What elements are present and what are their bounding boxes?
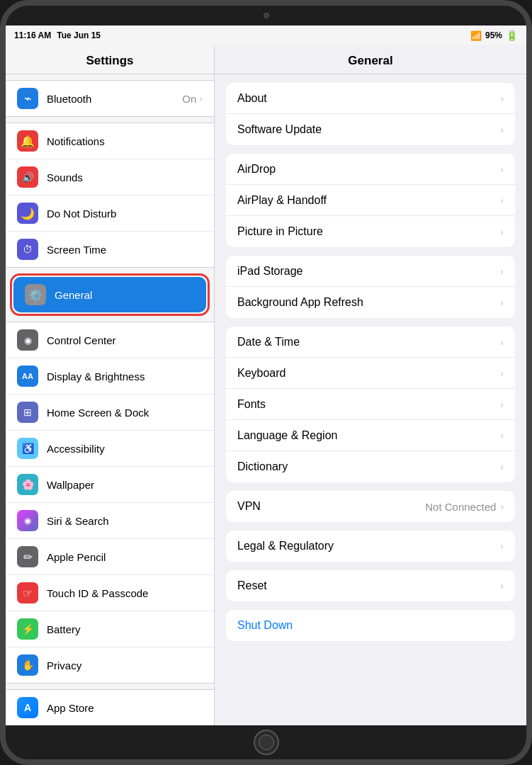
wallpaper-icon: 🌸: [17, 474, 38, 495]
ipad-device: 11:16 AM Tue Jun 15 📶 95% 🔋 Settings ⌁ B…: [0, 0, 532, 765]
sounds-label: Sounds: [47, 171, 203, 183]
screen-time-icon: ⏱: [17, 239, 38, 260]
keyboard-label: Keyboard: [237, 367, 500, 380]
home-screen-icon: ⊞: [17, 402, 38, 423]
keyboard-chevron: ›: [500, 368, 504, 379]
general-active-ring: ⚙️ General: [10, 273, 210, 316]
pip-chevron: ›: [500, 226, 504, 237]
right-item-vpn[interactable]: VPN Not Connected ›: [226, 491, 515, 522]
sidebar-item-do-not-disturb[interactable]: 🌙 Do Not Disturb: [6, 196, 214, 232]
dictionary-label: Dictionary: [237, 460, 500, 473]
general-label: General: [55, 289, 195, 301]
storage-chevron: ›: [500, 266, 504, 277]
sounds-icon: 🔊: [17, 166, 38, 188]
sidebar-item-siri[interactable]: ◉ Siri & Search: [6, 503, 214, 539]
battery-sidebar-icon: ⚡: [17, 618, 38, 640]
storage-label: iPad Storage: [237, 265, 500, 278]
right-item-keyboard[interactable]: Keyboard ›: [226, 358, 515, 389]
dictionary-chevron: ›: [500, 461, 504, 472]
right-item-date-time[interactable]: Date & Time ›: [226, 327, 515, 358]
sidebar-item-display[interactable]: AA Display & Brightness: [6, 358, 214, 395]
right-section-airdrop: AirDrop › AirPlay & Handoff › Picture in…: [226, 154, 515, 247]
bluetooth-chevron: ›: [199, 93, 203, 104]
apple-pencil-label: Apple Pencil: [47, 551, 203, 563]
right-section-storage: iPad Storage › Background App Refresh ›: [226, 256, 515, 318]
right-item-language-region[interactable]: Language & Region ›: [226, 420, 515, 451]
right-item-dictionary[interactable]: Dictionary ›: [226, 451, 515, 482]
display-icon: AA: [17, 366, 38, 387]
home-screen-label: Home Screen & Dock: [47, 407, 203, 419]
shutdown-label: Shut Down: [237, 619, 504, 632]
home-button[interactable]: [254, 730, 279, 755]
sidebar-item-notifications[interactable]: 🔔 Notifications: [6, 123, 214, 159]
right-section-vpn: VPN Not Connected ›: [226, 491, 515, 522]
bg-refresh-chevron: ›: [500, 297, 504, 308]
dnd-label: Do Not Disturb: [47, 208, 203, 220]
right-item-about[interactable]: About ›: [226, 83, 515, 114]
airplay-label: AirPlay & Handoff: [237, 194, 500, 207]
main-content: Settings ⌁ Bluetooth On › 🔔 Notification…: [6, 45, 526, 725]
date-time-chevron: ›: [500, 336, 504, 348]
right-item-airdrop[interactable]: AirDrop ›: [226, 154, 515, 185]
control-center-label: Control Center: [47, 334, 203, 346]
right-item-shutdown[interactable]: Shut Down: [226, 610, 515, 641]
legal-chevron: ›: [500, 540, 504, 552]
general-ring-wrapper: ⚙️ General: [6, 273, 214, 316]
sidebar-item-control-center[interactable]: ◉ Control Center: [6, 322, 214, 358]
sidebar-item-apple-pencil[interactable]: ✏ Apple Pencil: [6, 539, 214, 575]
right-item-fonts[interactable]: Fonts ›: [226, 389, 515, 420]
notifications-label: Notifications: [47, 135, 203, 147]
accessibility-label: Accessibility: [47, 443, 203, 455]
app-store-icon: A: [17, 697, 38, 718]
touch-id-label: Touch ID & Passcode: [47, 587, 203, 599]
right-panel-title: General: [215, 45, 526, 74]
privacy-icon: ✋: [17, 654, 38, 676]
sidebar-item-sounds[interactable]: 🔊 Sounds: [6, 159, 214, 196]
right-section-legal: Legal & Regulatory ›: [226, 531, 515, 562]
vpn-value: Not Connected: [425, 501, 496, 513]
right-item-pip[interactable]: Picture in Picture ›: [226, 216, 515, 247]
sidebar-item-home-screen[interactable]: ⊞ Home Screen & Dock: [6, 395, 214, 431]
sidebar-item-general[interactable]: ⚙️ General: [13, 277, 206, 312]
screen: 11:16 AM Tue Jun 15 📶 95% 🔋 Settings ⌁ B…: [6, 26, 526, 725]
sidebar-item-battery[interactable]: ⚡ Battery: [6, 611, 214, 647]
accessibility-icon: ♿: [17, 438, 38, 459]
sidebar-item-accessibility[interactable]: ♿ Accessibility: [6, 431, 214, 467]
status-time: 11:16 AM: [14, 30, 51, 40]
notifications-icon: 🔔: [17, 130, 38, 152]
vpn-chevron: ›: [500, 501, 504, 512]
sidebar-item-wallpaper[interactable]: 🌸 Wallpaper: [6, 467, 214, 503]
sidebar-item-touch-id[interactable]: ☞ Touch ID & Passcode: [6, 575, 214, 611]
right-section-reset: Reset ›: [226, 570, 515, 601]
bg-refresh-label: Background App Refresh: [237, 296, 500, 309]
airdrop-chevron: ›: [500, 164, 504, 175]
wallpaper-label: Wallpaper: [47, 479, 203, 491]
sidebar-title: Settings: [6, 45, 214, 74]
bluetooth-value: On: [182, 93, 196, 105]
battery-icon: 🔋: [506, 30, 518, 41]
pip-label: Picture in Picture: [237, 225, 500, 238]
right-item-software-update[interactable]: Software Update ›: [226, 114, 515, 145]
right-item-background-refresh[interactable]: Background App Refresh ›: [226, 287, 515, 318]
fonts-label: Fonts: [237, 398, 500, 411]
control-center-icon: ◉: [17, 329, 38, 351]
sidebar-item-screen-time[interactable]: ⏱ Screen Time: [6, 232, 214, 267]
right-item-reset[interactable]: Reset ›: [226, 570, 515, 601]
home-button-inner: [259, 735, 274, 750]
bluetooth-icon: ⌁: [17, 88, 38, 109]
sidebar-group-notifications: 🔔 Notifications 🔊 Sounds 🌙 Do Not Distur…: [6, 123, 214, 268]
airdrop-label: AirDrop: [237, 163, 500, 176]
right-item-airplay-handoff[interactable]: AirPlay & Handoff ›: [226, 185, 515, 216]
right-item-legal[interactable]: Legal & Regulatory ›: [226, 531, 515, 562]
right-section-about: About › Software Update ›: [226, 83, 515, 145]
vpn-label: VPN: [237, 500, 425, 513]
siri-label: Siri & Search: [47, 515, 203, 527]
legal-label: Legal & Regulatory: [237, 540, 500, 552]
right-item-ipad-storage[interactable]: iPad Storage ›: [226, 256, 515, 287]
sidebar-item-app-store[interactable]: A App Store: [6, 690, 214, 725]
display-label: Display & Brightness: [47, 370, 203, 382]
software-update-label: Software Update: [237, 123, 500, 136]
sidebar-item-privacy[interactable]: ✋ Privacy: [6, 647, 214, 683]
sidebar-item-bluetooth[interactable]: ⌁ Bluetooth On ›: [6, 81, 214, 116]
wifi-icon: 📶: [470, 30, 482, 41]
